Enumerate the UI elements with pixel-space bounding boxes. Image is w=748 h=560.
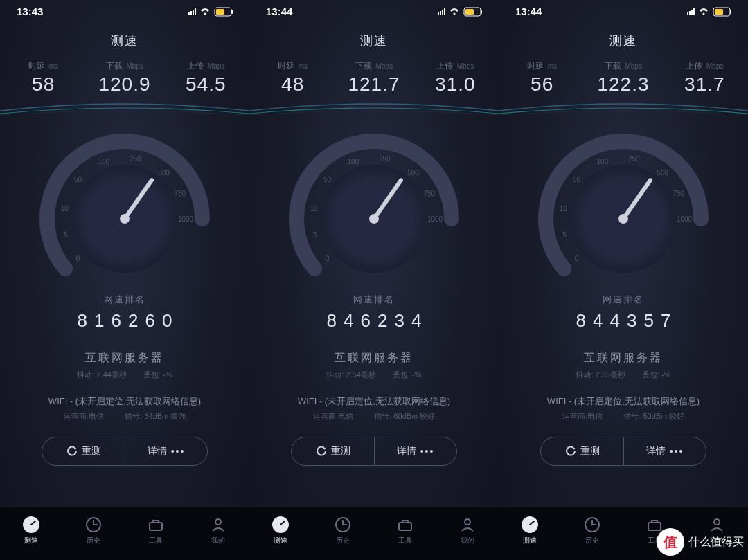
metrics-row: 时延 ms 56 下载 Mbps 122.3 上传 Mbps 31.7 xyxy=(499,60,748,96)
download-value: 121.7 xyxy=(334,73,414,96)
upload-label: 上传 Mbps xyxy=(664,60,745,72)
details-label: 详情 xyxy=(397,445,416,458)
wifi-info-line: WIFI - (未开启定位,无法获取网络信息) xyxy=(249,395,499,408)
svg-rect-1 xyxy=(190,11,192,15)
ping-label: 时延 ms xyxy=(253,60,333,72)
rank-label: 网速排名 xyxy=(0,293,249,306)
svg-text:50: 50 xyxy=(573,176,581,183)
server-area: 互联网服务器 抖动: 2.44毫秒 丢包: -% xyxy=(0,351,249,380)
metrics-row: 时延 ms 48 下载 Mbps 121.7 上传 Mbps 31.0 xyxy=(249,60,499,96)
server-title: 互联网服务器 xyxy=(249,351,499,365)
gauge-tab-icon xyxy=(271,516,290,534)
svg-text:1000: 1000 xyxy=(178,215,194,223)
tab-3[interactable]: 我的 xyxy=(209,516,227,545)
signal-text: 信号:-34dBm 极强 xyxy=(125,411,186,422)
svg-text:5: 5 xyxy=(313,231,317,239)
svg-text:250: 250 xyxy=(130,155,141,163)
upload-label: 上传 Mbps xyxy=(415,60,495,72)
tab-2[interactable]: 工具 xyxy=(147,516,165,545)
svg-point-66 xyxy=(618,214,628,224)
svg-rect-55 xyxy=(715,9,723,15)
ping-metric: 时延 ms 56 xyxy=(502,60,582,96)
ellipsis-icon: ••• xyxy=(420,446,435,457)
toolbox-icon xyxy=(396,516,414,534)
upload-value: 31.0 xyxy=(415,73,495,96)
retest-button[interactable]: 重测 xyxy=(291,437,374,466)
server-area: 互联网服务器 抖动: 2.35毫秒 丢包: -% xyxy=(499,351,748,380)
retest-button[interactable]: 重测 xyxy=(540,437,623,466)
status-time: 13:43 xyxy=(17,6,43,17)
status-time: 13:44 xyxy=(515,6,542,17)
speed-gauge: 0510501002505007501000 xyxy=(35,129,215,288)
redo-icon xyxy=(565,446,576,457)
rank-value: 846234 xyxy=(249,310,499,332)
ping-value: 48 xyxy=(253,73,333,96)
metrics-row: 时延 ms 58 下载 Mbps 120.9 上传 Mbps 54.5 xyxy=(0,60,249,96)
upload-value: 31.7 xyxy=(664,73,745,96)
retest-button[interactable]: 重测 xyxy=(42,437,125,466)
tab-0[interactable]: 测速 xyxy=(521,516,539,545)
svg-point-23 xyxy=(215,519,221,525)
svg-text:500: 500 xyxy=(407,169,419,177)
download-value: 122.3 xyxy=(583,73,664,96)
status-time: 13:44 xyxy=(266,6,292,17)
svg-rect-22 xyxy=(150,523,162,530)
status-bar: 13:44 xyxy=(499,0,748,20)
upload-metric: 上传 Mbps 31.0 xyxy=(415,60,495,96)
svg-rect-51 xyxy=(693,8,695,15)
rank-value: 816260 xyxy=(0,310,249,332)
svg-text:100: 100 xyxy=(98,158,110,165)
retest-label: 重测 xyxy=(82,445,101,458)
svg-text:100: 100 xyxy=(597,158,609,165)
clock-icon xyxy=(583,516,601,534)
tab-0[interactable]: 测速 xyxy=(271,516,290,545)
tab-0[interactable]: 测速 xyxy=(22,516,40,545)
svg-text:500: 500 xyxy=(657,169,668,177)
tab-1[interactable]: 历史 xyxy=(583,516,601,545)
server-area: 互联网服务器 抖动: 2.54毫秒 丢包: -% xyxy=(249,351,499,380)
screen-1: 13:43 测速 时延 ms 58 下载 Mbps 120.9 xyxy=(0,0,249,560)
tab-label: 工具 xyxy=(398,536,412,545)
svg-point-18 xyxy=(120,214,130,224)
svg-text:1000: 1000 xyxy=(677,215,693,223)
download-metric: 下载 Mbps 120.9 xyxy=(84,60,165,96)
svg-text:1000: 1000 xyxy=(427,215,443,223)
details-button[interactable]: 详情 ••• xyxy=(374,437,457,466)
tab-label: 我的 xyxy=(461,536,474,545)
status-right xyxy=(188,7,237,17)
svg-text:250: 250 xyxy=(379,155,391,163)
svg-rect-30 xyxy=(481,10,482,14)
watermark: 值 什么值得买 xyxy=(657,528,744,556)
svg-rect-6 xyxy=(231,10,233,14)
status-icons xyxy=(687,7,736,17)
tab-1[interactable]: 历史 xyxy=(334,516,352,545)
person-icon xyxy=(458,516,477,534)
wifi-area: WIFI - (未开启定位,无法获取网络信息) 运营商:电信 信号:-60dBm… xyxy=(249,395,499,422)
page-title: 测速 xyxy=(249,33,499,49)
clock-icon xyxy=(84,516,103,534)
svg-text:0: 0 xyxy=(76,255,80,262)
tab-3[interactable]: 我的 xyxy=(458,516,477,545)
svg-rect-0 xyxy=(188,12,190,15)
tab-2[interactable]: 工具 xyxy=(396,516,414,545)
loss-text: 丢包: -% xyxy=(642,370,671,380)
tab-label: 测速 xyxy=(274,536,287,545)
tab-1[interactable]: 历史 xyxy=(84,516,103,545)
ping-metric: 时延 ms 58 xyxy=(3,60,84,96)
rank-label: 网速排名 xyxy=(499,293,748,306)
upload-label: 上传 Mbps xyxy=(166,60,246,72)
svg-rect-48 xyxy=(687,12,688,15)
svg-text:5: 5 xyxy=(64,231,68,239)
details-button[interactable]: 详情 ••• xyxy=(623,437,706,466)
carrier-text: 运营商:电信 xyxy=(313,411,353,422)
ping-value: 56 xyxy=(502,73,582,96)
details-button[interactable]: 详情 ••• xyxy=(125,437,208,466)
svg-rect-26 xyxy=(442,10,443,15)
svg-rect-49 xyxy=(689,11,691,15)
tab-label: 测速 xyxy=(24,536,38,545)
svg-point-52 xyxy=(703,12,705,15)
wifi-area: WIFI - (未开启定位,无法获取网络信息) 运营商:电信 信号:-50dBm… xyxy=(499,395,748,422)
svg-point-47 xyxy=(465,519,470,525)
toolbox-icon xyxy=(147,516,165,534)
tab-bar: 测速 历史 工具 我的 xyxy=(0,507,249,560)
